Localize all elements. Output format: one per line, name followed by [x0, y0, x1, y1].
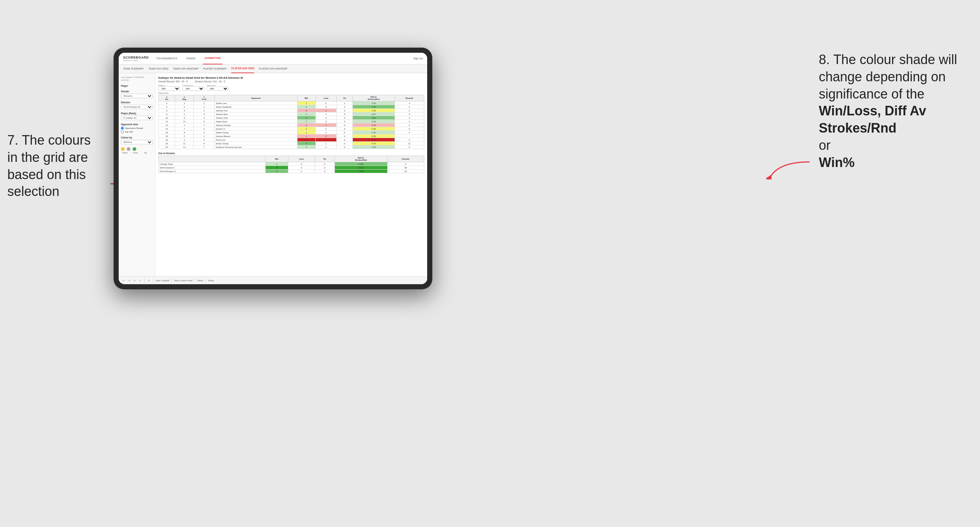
region-filter-select[interactable]: (All): [158, 86, 180, 91]
annotation-right-bold3: Win%: [819, 155, 855, 170]
out-td-win: 15: [266, 166, 288, 170]
th-loss: Loss: [315, 95, 337, 102]
sidebar: Last Updated: 27/03/2024 16:55:38 Player…: [119, 73, 155, 276]
td-conf: 1: [194, 124, 215, 127]
td-win: 1: [297, 134, 315, 138]
td-reg: 6: [175, 116, 194, 120]
grid-title: Katelyn Vo Head-to-Head Grid for Women's…: [158, 76, 424, 79]
out-td-tie: 0: [315, 170, 334, 173]
td-opponent: Stella Cheng: [215, 131, 298, 134]
table-row: 5 2 2 Alexis Sudjianto 1 0 0 4.00 3: [159, 105, 424, 109]
table-row: 6 3 3 Sydney Kuo 0 1 0 -1.00 2: [159, 109, 424, 113]
sub-nav-team-summary[interactable]: TEAM SUMMARY: [123, 65, 144, 73]
conference-filter-group: Conference (All): [183, 84, 204, 91]
undo-btn[interactable]: ↩: [122, 279, 126, 282]
out-td-opponent: NAIA Division 1: [159, 166, 266, 170]
td-win: 0: [297, 138, 315, 142]
dot-down-label: Down: [121, 152, 129, 154]
sub-nav-team-h2h-grid[interactable]: TEAM H2H GRID: [148, 65, 169, 73]
division-label: Division: [121, 101, 153, 104]
out-td-opponent: NCAA Division 2: [159, 170, 266, 173]
td-conf: 1: [194, 134, 215, 138]
colour-by-select[interactable]: Win/loss: [121, 140, 153, 144]
td-rounds: 3: [395, 120, 424, 124]
td-conf: 3: [194, 116, 215, 120]
td-reg: 11: [175, 120, 194, 124]
sub-nav-player-summary[interactable]: PLAYER SUMMARY: [203, 65, 227, 73]
td-conf: 4: [194, 127, 215, 131]
opponent-view-section: Opponent view Opponents Played Top 100: [121, 123, 153, 133]
radio-top100-input[interactable]: [121, 130, 124, 133]
back-btn[interactable]: ⇦: [133, 279, 137, 282]
refresh-btn[interactable]: ↻: [147, 279, 151, 282]
sub-nav-player-h2h-grid[interactable]: PLAYER H2H GRID: [231, 65, 254, 73]
td-loss: 1: [315, 131, 337, 134]
out-th-rounds: Rounds: [387, 156, 424, 162]
td-rounds: 11: [395, 142, 424, 145]
td-diff: 0.38: [352, 127, 395, 131]
save-custom-btn[interactable]: Save Custom View: [174, 279, 193, 282]
td-loss: 2: [315, 127, 337, 131]
nav-tournaments[interactable]: TOURNAMENTS: [154, 53, 179, 65]
annotation-left: 7. The colours in the grid are based on …: [7, 132, 103, 200]
td-rounds: 4: [395, 116, 424, 120]
dot-level: [127, 147, 130, 151]
td-win: 0: [297, 124, 315, 127]
sub-nav-player-h2h-heatmap[interactable]: PLAYER H2H HEATMAP: [259, 65, 287, 73]
dot-labels: Down Level Up: [121, 152, 153, 154]
td-rounds: 6: [395, 145, 424, 149]
sub-nav: TEAM SUMMARY TEAM H2H GRID TEAM H2H HEAT…: [119, 65, 427, 73]
td-tie: 0: [337, 113, 352, 116]
nav-teams[interactable]: TEAMS: [185, 53, 197, 65]
td-rounds: 9: [395, 127, 424, 131]
opponent-filter-select[interactable]: (All): [207, 86, 229, 91]
opponents-label: Opponents:: [158, 92, 424, 94]
dot-down: [121, 147, 124, 151]
out-td-opponent: Foreign Team: [159, 162, 266, 166]
td-win: 1: [297, 131, 315, 134]
player-section: Player: [121, 84, 153, 87]
grid-record: Overall Record: 353 - 34 - 6 Division Re…: [158, 80, 424, 83]
td-conf: 2: [194, 138, 215, 142]
annotation-right: 8. The colour shade will change dependin…: [819, 51, 973, 171]
gender-select[interactable]: Women's: [121, 94, 153, 98]
out-th-opponent: [159, 156, 266, 162]
share-btn[interactable]: Share: [208, 279, 214, 282]
td-diff: -5.00: [352, 138, 395, 142]
out-td-tie: 0: [315, 166, 334, 170]
td-opponent: Euna Lee: [215, 138, 298, 142]
watch-btn[interactable]: Watch: [197, 279, 203, 282]
out-table-row: NCAA Division 2 5 0 0 7.400 10: [159, 170, 424, 173]
nav-sign-out[interactable]: Sign out: [413, 57, 423, 60]
sub-nav-team-h2h-heatmap[interactable]: TEAM H2H HEATMAP: [173, 65, 199, 73]
nav-committee[interactable]: COMMITTEE: [203, 53, 223, 65]
toolbar-sep5: [205, 278, 206, 283]
forward-btn[interactable]: ⇨: [138, 279, 142, 282]
player-rank-select[interactable]: 8. Katelyn Vo: [121, 116, 153, 120]
out-td-win: 5: [266, 170, 288, 173]
out-td-win: 1: [266, 162, 288, 166]
out-td-loss: 0: [288, 162, 315, 166]
td-diff: 3.33: [352, 120, 395, 124]
td-reg: 1: [175, 124, 194, 127]
td-div: 20: [159, 145, 175, 149]
view-original-btn[interactable]: View: Original: [156, 279, 169, 282]
table-row: 9 1 4 Sharon Mun 2 1 0 3.67 3: [159, 113, 424, 116]
division-select[interactable]: NCAA Division III: [121, 105, 153, 109]
td-diff: -1.00: [352, 109, 395, 113]
td-reg: 2: [175, 134, 194, 138]
td-div: 20: [159, 142, 175, 145]
conference-filter-select[interactable]: (All): [183, 86, 204, 91]
td-diff: 1.33: [352, 145, 395, 149]
out-div-label: Out of division: [158, 152, 424, 154]
radio-opponents-input[interactable]: [121, 127, 124, 130]
td-conf: 6: [194, 142, 215, 145]
td-div: 11: [159, 120, 175, 124]
redo-btn[interactable]: ↪: [127, 279, 131, 282]
out-td-rounds: 10: [387, 170, 424, 173]
dot-level-label: Level: [131, 152, 139, 154]
td-reg: 2: [175, 105, 194, 109]
td-conf: 7: [194, 145, 215, 149]
td-loss: 1: [315, 145, 337, 149]
td-loss: 0: [315, 120, 337, 124]
